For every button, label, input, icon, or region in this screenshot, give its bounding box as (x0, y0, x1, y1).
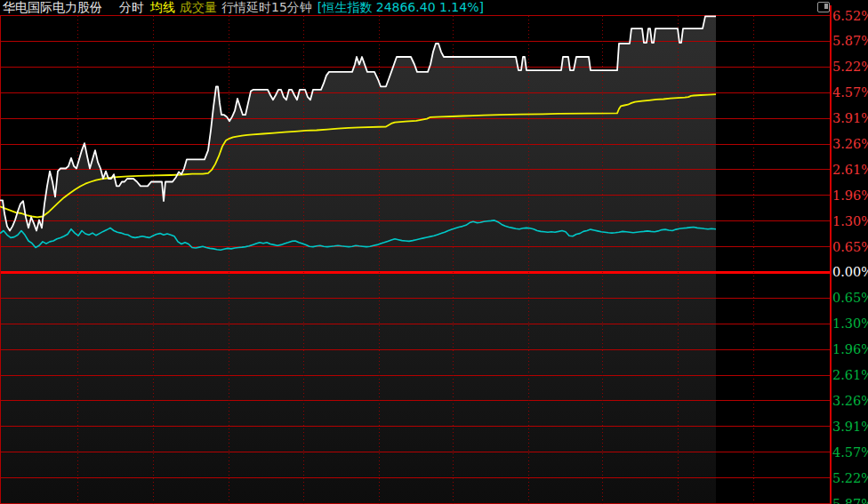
chart-header: 华电国际电力股份 分时 均线 成交量 行情延时15分钟 [恒生指数 24866.… (0, 0, 868, 15)
index-quote[interactable]: [恒生指数 24866.40 1.14%] (317, 0, 484, 15)
intraday-plot-area[interactable] (0, 0, 868, 504)
legend-volume-toggle[interactable]: 成交量 (180, 0, 217, 15)
panel-toggle-icon[interactable] (817, 2, 830, 12)
stock-title: 华电国际电力股份 (3, 0, 102, 15)
legend-ma-toggle[interactable]: 均线 (150, 0, 175, 15)
stock-app-screen: 华电国际电力股份 分时 均线 成交量 行情延时15分钟 [恒生指数 24866.… (0, 0, 868, 504)
tab-intraday[interactable]: 分时 (119, 0, 144, 15)
delay-notice: 行情延时15分钟 (221, 0, 312, 15)
price-fill (0, 16, 716, 504)
